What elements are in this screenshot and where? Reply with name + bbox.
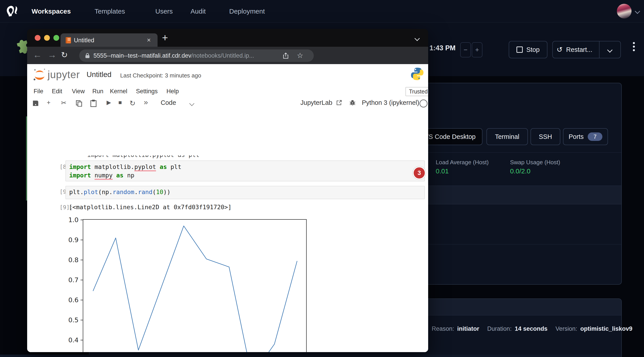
stop-icon [516,46,523,53]
interrupt-kernel-icon[interactable]: ■ [118,99,122,106]
nav-workspaces[interactable]: Workspaces [32,8,71,15]
version-label: Version: [556,326,577,332]
cell-type-chevron-icon[interactable] [189,101,194,106]
minus-glyph: − [464,46,468,54]
menu-edit[interactable]: Edit [52,88,62,95]
back-button[interactable]: ← [33,50,42,60]
nav-templates[interactable]: Templates [94,8,125,15]
coder-logo-icon[interactable] [4,4,19,18]
tab-close-icon[interactable]: × [147,36,151,44]
output9-text: [<matplotlib.lines.Line2D at 0x7fd03f191… [69,204,232,210]
svg-text:1.0: 1.0 [68,216,78,224]
menu-settings[interactable]: Settings [136,88,158,95]
paste-cells-icon[interactable] [90,100,97,107]
terminal-button[interactable]: Terminal [486,128,528,145]
cell8-line1: import matplotlib.pyplot as plt [69,163,181,171]
notebook-title[interactable]: Untitled [86,70,112,79]
vscode-desktop-label: VS Code Desktop [424,133,476,140]
restart-menu-button[interactable] [603,46,617,54]
run-cell-icon[interactable]: ▶ [106,99,111,106]
nav-audit[interactable]: Audit [190,8,206,15]
code-cell-9[interactable]: plt.plot(np.random.rand(10)) [66,186,425,199]
jupyter-header: jupyter Untitled Last Checkpoint: 3 minu… [27,64,428,86]
load-average-value: 0.01 [436,167,448,175]
zoom-in-button[interactable]: + [472,42,482,58]
restart-button[interactable]: ↺ Restart... [552,41,621,58]
nav-users[interactable]: Users [155,8,173,15]
duration-label: Duration: [487,326,512,332]
chevron-down-icon [607,47,612,52]
menu-file[interactable]: File [34,88,44,95]
tab-title: Untitled [74,37,94,44]
trusted-button[interactable]: Trusted [406,87,428,96]
svg-text:0.6: 0.6 [68,296,78,304]
matplotlib-plot: 0.20.30.40.50.60.70.80.91.002468 [62,215,325,352]
tab-search-chevron-icon[interactable] [414,36,420,41]
duration-value: 14 seconds [515,326,548,332]
menu-view[interactable]: View [72,88,85,95]
notebook-favicon [66,37,71,44]
terminal-label: Terminal [495,133,520,140]
browser-tabstrip: Untitled × + [27,29,428,47]
minimize-window-button[interactable] [44,35,50,41]
copy-cells-icon[interactable] [76,100,82,106]
bookmark-star-icon[interactable]: ☆ [297,51,303,60]
address-bar[interactable]: 5555--main--test--matifali.atif.cdr.dev … [79,50,314,62]
ssh-button[interactable]: SSH [530,128,560,145]
cell-type-select[interactable]: Code [161,99,176,106]
ports-count-badge: 7 [588,132,602,141]
menu-kernel[interactable]: Kernel [110,88,127,95]
forward-button[interactable]: → [48,50,56,60]
restart-run-all-icon[interactable]: » [144,98,148,106]
button-divider [599,42,600,58]
ports-label: Ports [568,133,584,140]
python-logo-icon [410,67,424,81]
user-avatar[interactable] [617,4,632,18]
svg-text:0.5: 0.5 [68,316,78,324]
build-meta-row: Reason: initiator Duration: 14 seconds V… [432,326,632,332]
save-icon[interactable] [32,100,39,106]
stop-button[interactable]: Stop [509,41,548,58]
kernel-name[interactable]: Python 3 (ipykernel) [362,99,419,106]
plus-glyph: + [475,46,479,54]
notification-badge[interactable]: 3 [413,166,426,180]
url-path: /notebooks/Untitled.ip... [192,52,254,59]
external-link-icon[interactable] [336,100,342,106]
svg-text:0.7: 0.7 [68,276,78,284]
bottom-row-strip [0,354,621,357]
jupyter-page: jupyter Untitled Last Checkpoint: 3 minu… [27,64,428,352]
reason-label: Reason: [432,326,454,332]
browser-toolbar: ← → ↻ 5555--main--test--matifali.atif.cd… [27,47,428,64]
svg-text:0.8: 0.8 [68,256,78,264]
ssh-label: SSH [539,133,552,140]
chevron-down-icon[interactable] [635,8,640,14]
workspace-kebab-menu[interactable] [633,40,635,53]
swap-usage-label: Swap Usage (Host) [510,159,560,166]
stop-label: Stop [526,46,540,54]
jupyterlab-link[interactable]: JupyterLab [300,99,332,106]
cut-cells-icon[interactable]: ✂ [61,99,66,106]
clipped-previous-line: import matplotlib.pyplot as plt [87,155,243,158]
menu-help[interactable]: Help [166,88,179,95]
restart-kernel-icon[interactable]: ↻ [130,99,136,108]
insert-cell-icon[interactable]: + [47,99,50,106]
new-tab-button[interactable]: + [162,32,168,44]
maximize-window-button[interactable] [54,35,59,41]
debugger-bug-icon[interactable] [349,100,356,106]
ports-button[interactable]: Ports 7 [563,128,608,145]
swap-usage-value: 0.0/2.0 [510,167,530,175]
code-cell-8[interactable]: import matplotlib.pyplot as plt import n… [66,160,425,182]
menu-run[interactable]: Run [92,88,104,95]
jupyter-toolbar: + ✂ ▶ ■ ↻ » Code JupyterLab [27,97,428,110]
topbar: Workspaces Templates Users Audit Deploym… [0,0,644,22]
browser-tab[interactable]: Untitled × [60,34,158,47]
zoom-out-button[interactable]: − [460,42,471,58]
share-icon[interactable] [282,52,289,59]
nav-deployment[interactable]: Deployment [229,8,265,15]
browser-window: Untitled × + ← → ↻ 5555--main--test--mat… [27,29,428,352]
checkpoint-status: Last Checkpoint: 3 minutes ago [120,72,201,79]
screen: VS Code Desktop Terminal SSH Ports 7 Loa… [0,0,644,357]
close-window-button[interactable] [35,35,40,41]
version-value: optimistic_liskov9 [580,326,632,332]
reload-button[interactable]: ↻ [61,50,68,60]
